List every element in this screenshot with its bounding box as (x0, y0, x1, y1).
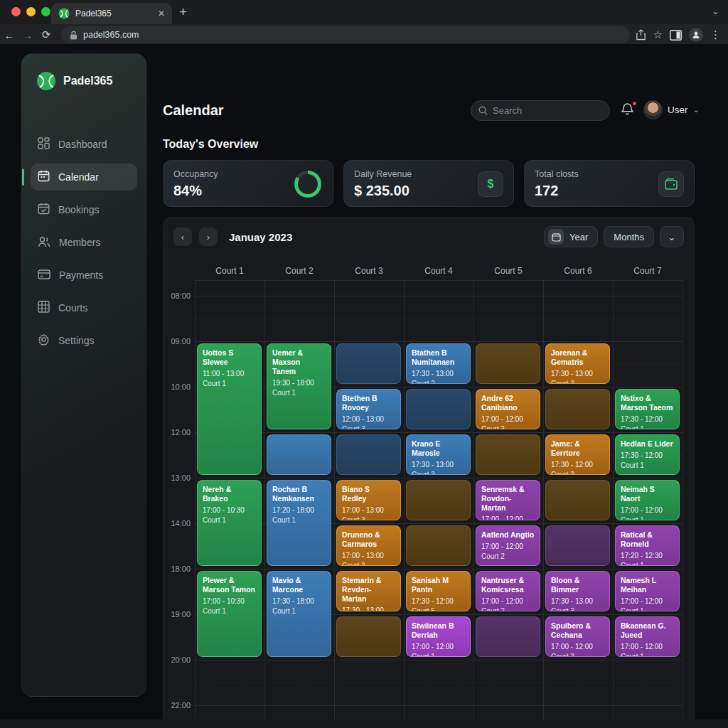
bookmark-star-icon[interactable]: ☆ (653, 28, 663, 41)
share-icon[interactable] (636, 29, 646, 41)
booking-court: Court 1 (412, 653, 465, 657)
booking-card[interactable]: Uottos S Slewee11:00 - 13:00Court 1 (197, 343, 262, 475)
reload-icon[interactable]: ⟳ (37, 28, 55, 41)
booking-name: Btathen B Numitanaen (412, 348, 465, 367)
booking-card[interactable]: Jorenan & Gematris17:30 - 13:00Court 3 (545, 343, 610, 384)
grid-hour-line (195, 705, 682, 706)
year-view-button[interactable]: Year (544, 226, 598, 247)
booking-block-empty[interactable] (406, 480, 471, 520)
booking-time: 17:30 - 12:00 (621, 451, 674, 459)
booking-card[interactable]: Jame: & Eerrtore17:30 - 12:00Court 3 (545, 434, 610, 475)
settings-icon (38, 333, 50, 348)
booking-card[interactable]: Biano S Redley17:00 - 13:00Court 3 (336, 480, 401, 520)
window-controls[interactable] (11, 7, 50, 16)
booking-card[interactable]: Nereh & Brakeo17:00 - 10:30Court 1 (197, 480, 262, 566)
booking-card[interactable]: Senremsk & Rovdon-Martan17:00 - 12:00Cou… (476, 480, 540, 520)
booking-card[interactable]: Druneno & Carmaros17:00 - 13:00Court 3 (336, 525, 401, 566)
booking-card[interactable]: Uemer & Maxson Tanem19:30 - 18:00Court 1 (267, 343, 331, 429)
grid-column-line (543, 280, 544, 727)
booking-card[interactable]: Neimah S Naort17:00 - 12:00Court 1 (615, 480, 680, 520)
grid-hour-line (195, 280, 682, 281)
booking-card[interactable]: Stwiinean B Derriah17:00 - 12:00Court 1 (406, 616, 471, 657)
next-month-button[interactable]: › (199, 228, 218, 246)
time-label: 14:00 (164, 519, 191, 528)
dropdown-chevron-icon: ⌄ (668, 232, 676, 242)
browser-profile-icon[interactable] (689, 28, 703, 42)
grid-hour-line (195, 569, 682, 569)
booking-card[interactable]: Rochan B Nemkansen17:20 - 18:00Court 1 (267, 480, 331, 566)
booking-time: 11:00 - 13:00 (203, 370, 256, 378)
booking-card[interactable]: Nstixo & Marson Taeom17:30 - 12:00Court … (615, 389, 680, 429)
booking-card[interactable]: Sanisah M Pantn17:30 - 12:00Court 5 (406, 571, 471, 611)
maximize-window-button[interactable] (41, 7, 50, 16)
sidebar-item-courts[interactable]: Courts (31, 294, 137, 321)
tab-strip-chevron-icon[interactable]: ⌄ (712, 6, 719, 16)
back-icon[interactable]: ← (0, 29, 18, 41)
booking-card[interactable]: Bloon & Bimmer17:30 - 13.00Court 3 (545, 571, 610, 611)
booking-court: Court 3 (551, 380, 604, 384)
booking-block-empty[interactable] (336, 434, 401, 475)
months-view-button[interactable]: Months (604, 226, 654, 247)
prev-month-button[interactable]: ‹ (173, 228, 192, 246)
booking-block-empty[interactable] (545, 480, 610, 520)
booking-card[interactable]: Plewer & Marson Tamon17:00 - 10:30Court … (197, 571, 262, 657)
user-menu[interactable]: User ⌄ (643, 100, 700, 119)
booking-block-empty[interactable] (476, 616, 540, 657)
booking-card[interactable]: Btathen B Numitanaen17:30 - 13:00Court 2 (406, 343, 471, 384)
booking-card[interactable]: Bkaenean G. Jueed17:00 - 12:00Court 1 (615, 616, 680, 657)
booking-card[interactable]: Namesh L Meihan17:00 - 12:00Court 1 (615, 571, 680, 611)
sidebar-item-calendar[interactable]: Calendar (31, 164, 137, 191)
sidebar-item-settings[interactable]: Settings (31, 327, 137, 354)
booking-time: 19:30 - 18:00 (272, 379, 326, 387)
booking-block-empty[interactable] (545, 525, 610, 566)
sidebar-item-label: Bookings (58, 204, 100, 215)
booking-card[interactable]: Andre 62 Canibiano17:00 - 12:00Court 3 (476, 389, 540, 429)
sidebar-item-payments[interactable]: Payments (31, 262, 137, 289)
footer-strip (0, 719, 728, 728)
booking-card[interactable]: Mavio & Marcone17:30 - 18:00Court 1 (267, 571, 331, 657)
booking-block-empty[interactable] (476, 434, 540, 475)
booking-block-empty[interactable] (545, 389, 610, 429)
page-title: Calendar (163, 102, 224, 119)
sidebar-item-bookings[interactable]: Bookings (31, 196, 137, 223)
booking-card[interactable]: Aatlend Angtio17:00 - 12:00Court 2 (476, 525, 540, 566)
booking-card[interactable]: Nantruser & Komicsresa17:00 - 12:00Court… (476, 571, 540, 611)
grid-hour-line (195, 432, 682, 433)
close-window-button[interactable] (11, 7, 21, 16)
side-panel-icon[interactable] (670, 30, 682, 41)
booking-block-empty[interactable] (406, 525, 471, 566)
booking-block-empty[interactable] (336, 616, 401, 657)
minimize-window-button[interactable] (26, 7, 36, 16)
browser-tab[interactable]: Padel365 ✕ (51, 3, 172, 24)
booking-court: Court 1 (272, 389, 326, 397)
court-column-header: Court 3 (334, 262, 404, 280)
address-bar[interactable]: padel365.com (61, 26, 630, 43)
booking-card[interactable]: Hedlan E Lider17:30 - 12:00Court 1 (615, 434, 680, 475)
user-name: User (668, 105, 688, 115)
notifications-button[interactable] (621, 102, 636, 118)
view-dropdown-button[interactable]: ⌄ (660, 226, 684, 247)
booking-card[interactable]: Ratical & Rorneld17:20 - 12:30Court 1 (615, 525, 680, 566)
booking-card[interactable]: Btethen B Rovoey12:00 - 13:00Court 3 (336, 389, 401, 429)
browser-menu-kebab-icon[interactable]: ⋮ (710, 28, 721, 41)
booking-time: 17:00 - 12:00 (481, 415, 535, 423)
booking-block-empty[interactable] (267, 434, 331, 475)
sidebar-item-members[interactable]: Members (31, 229, 137, 256)
sidebar-item-dashboard[interactable]: Dashboard (31, 131, 137, 158)
time-label: 22:00 (164, 701, 191, 710)
booking-time: 17:00 - 13:00 (342, 506, 395, 514)
booking-card[interactable]: Krano E Marosle17:30 - 13:00Court 3 (406, 434, 471, 475)
grid-column-line (613, 280, 614, 727)
wallet-icon (658, 171, 684, 197)
search-input[interactable]: Search (471, 100, 610, 121)
forward-icon[interactable]: → (18, 29, 37, 41)
new-tab-button[interactable]: + (179, 4, 187, 20)
booking-block-empty[interactable] (406, 389, 471, 429)
booking-card[interactable]: Spuibero & Cechana17:00 - 12:00Court 3 (545, 616, 610, 657)
booking-card[interactable]: Stemarin & Revden-Martan17:30 - 13:00Cou… (336, 571, 401, 611)
grid-half-hour-line (195, 318, 682, 319)
booking-court: Court 5 (412, 607, 465, 611)
booking-block-empty[interactable] (336, 343, 401, 384)
tab-close-icon[interactable]: ✕ (158, 9, 165, 18)
booking-block-empty[interactable] (476, 343, 540, 384)
